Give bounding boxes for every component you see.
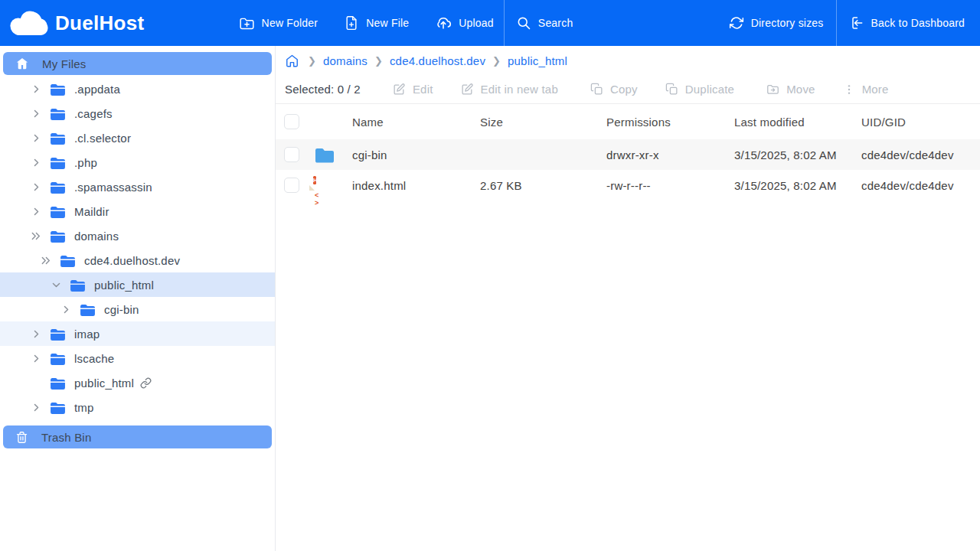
back-to-dashboard-label: Back to Dashboard: [871, 17, 965, 29]
tree-item-public-html-selected[interactable]: public_html: [0, 272, 275, 297]
select-all-checkbox[interactable]: [284, 114, 299, 129]
column-header-modified[interactable]: Last modified: [734, 116, 861, 129]
sidebar-item-my-files[interactable]: My Files: [3, 52, 272, 75]
chevron-right-icon[interactable]: [30, 181, 42, 193]
search-button[interactable]: Search: [516, 15, 573, 31]
folder-icon: [50, 181, 66, 194]
chevron-right-icon[interactable]: [30, 328, 42, 340]
chevrons-double-right-icon[interactable]: [30, 230, 42, 242]
action-toolbar: Selected: 0 / 2 Edit: [276, 75, 980, 104]
edit-in-new-tab-button[interactable]: Edit in new tab: [461, 83, 558, 96]
chevron-right-icon[interactable]: [30, 401, 42, 413]
chevron-right-icon[interactable]: [60, 303, 72, 315]
table-row-cgi-bin[interactable]: cgi-bin drwxr-xr-x 3/15/2025, 8:02 AM cd…: [276, 139, 980, 170]
breadcrumb-separator: ❯: [308, 55, 316, 67]
file-name[interactable]: index.html: [352, 179, 480, 192]
upload-button[interactable]: Upload: [435, 15, 494, 31]
folder-icon: [50, 156, 66, 169]
tree-item-lscache[interactable]: lscache: [0, 346, 275, 370]
back-to-dashboard-button[interactable]: Back to Dashboard: [849, 15, 965, 31]
folder-icon: [50, 328, 66, 341]
breadcrumb-home-icon[interactable]: [285, 54, 299, 68]
breadcrumb-separator: ❯: [374, 55, 383, 67]
tree-item-label: .appdata: [74, 83, 120, 96]
file-modified: 3/15/2025, 8:02 AM: [734, 179, 861, 192]
directory-sizes-button[interactable]: Directory sizes: [729, 15, 824, 31]
sidebar-item-trash-bin[interactable]: Trash Bin: [3, 425, 272, 448]
more-label: More: [862, 83, 889, 96]
tree-item-php[interactable]: .php: [0, 150, 275, 174]
chevron-down-icon[interactable]: [50, 279, 62, 291]
new-folder-button[interactable]: New Folder: [239, 15, 318, 31]
folder-icon: [50, 205, 66, 218]
sync-icon: [729, 15, 744, 31]
chevron-right-icon[interactable]: [30, 83, 42, 95]
upload-label: Upload: [459, 17, 494, 29]
trash-icon: [15, 431, 28, 444]
chevron-right-icon[interactable]: [30, 132, 42, 144]
breadcrumb-link-domain-name[interactable]: cde4.duelhost.dev: [390, 54, 485, 67]
folder-icon: [50, 107, 66, 120]
file-size: 2.67 KB: [480, 179, 606, 192]
main-panel: ❯ domains ❯ cde4.duelhost.dev ❯ public_h…: [276, 46, 980, 551]
column-header-permissions[interactable]: Permissions: [606, 116, 734, 129]
tree-item-tmp[interactable]: tmp: [0, 395, 275, 419]
edit-label: Edit: [413, 83, 433, 96]
tree-item-label: domains: [74, 230, 119, 243]
chevron-right-icon[interactable]: [30, 205, 42, 217]
file-name[interactable]: cgi-bin: [352, 148, 480, 161]
top-header: DuelHost New Folder: [0, 0, 980, 46]
move-label: Move: [786, 83, 815, 96]
folder-icon: [315, 147, 352, 163]
table-row-index-html[interactable]: < > HTML index.html 2.67 KB -rw-r--r-- 3…: [276, 170, 980, 201]
tree-item-label: tmp: [74, 401, 94, 414]
move-folder-icon: [766, 83, 779, 96]
column-header-name[interactable]: Name: [352, 116, 480, 129]
tree-item-cagefs[interactable]: .cagefs: [0, 101, 275, 126]
breadcrumb-link-domains[interactable]: domains: [323, 54, 368, 67]
row-checkbox[interactable]: [284, 178, 299, 193]
file-modified: 3/15/2025, 8:02 AM: [734, 148, 861, 161]
tree-item-cde4-duelhost-dev[interactable]: cde4.duelhost.dev: [0, 248, 275, 272]
search-icon: [516, 15, 531, 31]
chevron-right-icon[interactable]: [30, 107, 42, 119]
file-uid: cde4dev/cde4dev: [861, 179, 980, 192]
breadcrumb-link-public-html[interactable]: public_html: [508, 54, 567, 67]
brand-name: DuelHost: [55, 11, 145, 35]
tree-item-cl-selector[interactable]: .cl.selector: [0, 126, 275, 150]
directory-sizes-label: Directory sizes: [751, 17, 824, 29]
duplicate-button[interactable]: Duplicate: [665, 83, 734, 96]
app-root: DuelHost New Folder: [0, 0, 980, 551]
new-file-button[interactable]: New File: [344, 15, 409, 31]
tree-item-label: .cl.selector: [74, 132, 131, 145]
column-header-uid[interactable]: UID/GID: [861, 116, 980, 129]
exit-arrow-icon: [849, 15, 864, 31]
trash-bin-label: Trash Bin: [41, 431, 91, 444]
file-tree: .appdata .cagefs: [0, 77, 275, 419]
header-divider: [504, 0, 505, 46]
tree-item-imap[interactable]: imap: [0, 321, 275, 346]
brand-logo[interactable]: DuelHost: [8, 10, 145, 36]
file-permissions: drwxr-xr-x: [606, 148, 734, 161]
tree-item-public-html-symlink[interactable]: public_html: [0, 370, 275, 395]
more-button[interactable]: More: [843, 83, 889, 96]
tree-item-maildir[interactable]: Maildir: [0, 199, 275, 223]
column-header-size[interactable]: Size: [480, 116, 606, 129]
copy-button[interactable]: Copy: [590, 83, 638, 96]
tree-item-spamassassin[interactable]: .spamassassin: [0, 174, 275, 199]
tree-item-cgi-bin[interactable]: cgi-bin: [0, 297, 275, 321]
folder-icon: [50, 132, 66, 145]
edit-button[interactable]: Edit: [393, 83, 433, 96]
cloud-upload-icon: [435, 15, 452, 31]
copy-icon: [590, 83, 603, 96]
tree-item-domains[interactable]: domains: [0, 223, 275, 248]
folder-icon: [50, 377, 66, 390]
row-checkbox[interactable]: [284, 147, 299, 162]
move-button[interactable]: Move: [766, 83, 815, 96]
chevron-right-icon[interactable]: [30, 352, 42, 364]
tree-item-appdata[interactable]: .appdata: [0, 77, 275, 101]
chevron-right-icon[interactable]: [30, 156, 42, 168]
chevrons-double-right-icon[interactable]: [40, 254, 52, 266]
tree-item-label: .spamassassin: [74, 181, 152, 194]
tree-item-label: imap: [74, 328, 100, 341]
